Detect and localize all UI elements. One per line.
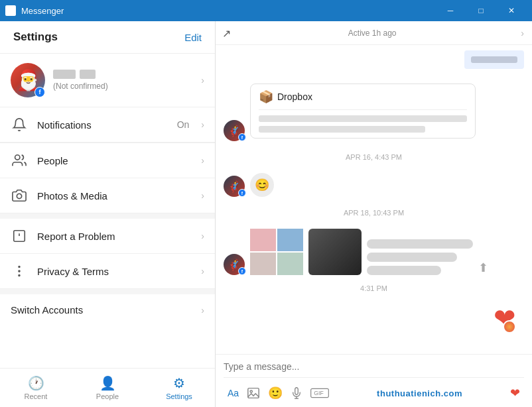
recent-icon: 🕐 <box>28 375 44 391</box>
photos-media-chevron: › <box>201 190 204 201</box>
people-chevron: › <box>201 155 204 166</box>
switch-accounts-item[interactable]: Switch Accounts › <box>0 294 215 325</box>
people-nav-icon: 👤 <box>100 375 116 391</box>
details-chevron-icon[interactable]: › <box>521 28 524 38</box>
svg-point-7 <box>19 275 20 276</box>
privacy-terms-chevron: › <box>201 266 204 276</box>
grid-cell-1 <box>250 229 276 251</box>
watermark-text: thuthuatienich.com <box>377 388 462 398</box>
time-label: 4:31 PM <box>224 284 524 292</box>
name-block-1 <box>53 70 76 79</box>
notifications-section: Notifications On › <box>0 107 215 143</box>
recent-label: Recent <box>25 392 48 400</box>
expand-icon[interactable]: ↗ <box>222 27 231 39</box>
svg-text:GIF: GIF <box>314 390 323 396</box>
svg-point-1 <box>17 194 21 198</box>
people-label: People <box>37 155 192 166</box>
settings-title: Settings <box>13 30 58 44</box>
profile-info: (Not confirmed) <box>53 70 193 91</box>
font-button[interactable]: Aa <box>224 385 243 401</box>
gif-button[interactable]: GIF <box>306 384 333 402</box>
image-sender-avatar: 🦸 f <box>224 254 245 275</box>
title-bar: Messenger ─ □ ✕ <box>0 0 532 21</box>
blur-line-1 <box>367 239 473 249</box>
maximize-button[interactable]: □ <box>466 0 496 21</box>
avatar-fb-badge: f <box>238 133 246 141</box>
color-grid <box>250 229 303 275</box>
toolbar-watermark: thuthuatienich.com <box>377 387 462 399</box>
app-title: Messenger <box>21 6 64 16</box>
profile-status: (Not confirmed) <box>53 82 193 91</box>
name-block-2 <box>80 70 96 79</box>
blur-line-3 <box>367 266 441 275</box>
blurred-bubbles <box>367 239 473 275</box>
heart-row: ❤ <box>232 303 516 333</box>
dropbox-row: 📦 Dropbox <box>251 84 475 109</box>
svg-rect-8 <box>248 388 259 398</box>
report-problem-item[interactable]: Report a Problem › <box>0 219 215 254</box>
svg-point-6 <box>19 266 20 268</box>
privacy-terms-label: Privacy & Terms <box>37 266 192 277</box>
report-label: Report a Problem <box>37 231 192 242</box>
message-input[interactable] <box>224 361 524 372</box>
camera-icon <box>11 188 28 203</box>
photos-media-label: Photos & Media <box>37 190 192 202</box>
svg-point-5 <box>19 270 20 272</box>
img-badge: f <box>238 267 246 275</box>
heart-badge <box>503 320 516 333</box>
toolbar-left: Aa 🙂 <box>224 383 333 403</box>
minimize-button[interactable]: ─ <box>435 0 466 21</box>
facebook-badge: f <box>34 87 45 97</box>
nav-people[interactable]: 👤 People <box>72 369 143 407</box>
edit-button[interactable]: Edit <box>184 32 202 43</box>
app-icon <box>5 5 16 16</box>
photos-media-item[interactable]: Photos & Media › <box>0 178 215 213</box>
report-chevron: › <box>201 231 204 241</box>
image-message-row: 🦸 f <box>224 229 524 275</box>
people-icon <box>11 153 28 168</box>
grid-cell-4 <box>277 253 303 275</box>
heart-send-button[interactable]: ❤ <box>506 383 524 403</box>
left-panel: Settings Edit 🎅 f (Not confirmed) › <box>0 21 216 407</box>
image-grid <box>250 229 303 275</box>
share-icon[interactable]: ⬆ <box>478 261 488 275</box>
switch-accounts-chevron: › <box>201 305 204 316</box>
people-item[interactable]: People › <box>0 143 215 178</box>
grid-cell-3 <box>250 253 276 275</box>
chat-top-bar: ↗ Active 1h ago › <box>216 21 532 45</box>
privacy-icon <box>11 264 28 278</box>
dropbox-name: Dropbox <box>277 91 312 102</box>
nav-settings[interactable]: ⚙ Settings <box>143 369 215 407</box>
avatar-wrap: 🎅 f <box>11 63 45 97</box>
dropbox-logo-icon: 📦 <box>259 89 273 104</box>
notifications-label: Notifications <box>37 119 168 131</box>
close-button[interactable]: ✕ <box>496 0 527 21</box>
audio-button[interactable] <box>287 384 306 402</box>
emoji-button[interactable]: 🙂 <box>264 383 287 403</box>
font-label: Aa <box>228 388 239 398</box>
profile-name-row <box>53 70 193 79</box>
settings-nav-label: Settings <box>166 392 192 400</box>
privacy-terms-item[interactable]: Privacy & Terms › <box>0 254 215 289</box>
right-panel: ↗ Active 1h ago › 🦸 f <box>216 21 532 407</box>
svg-point-0 <box>15 155 20 160</box>
svg-point-9 <box>250 390 252 392</box>
reaction-badge: f <box>238 189 246 197</box>
settings-header: Settings Edit <box>0 21 215 54</box>
notification-icon <box>11 117 28 132</box>
dark-image-block <box>308 229 362 275</box>
section-divider <box>0 213 215 219</box>
dropbox-sender-avatar: 🦸 f <box>224 120 245 141</box>
settings-icon: ⚙ <box>173 375 185 391</box>
section-divider-2 <box>0 289 215 294</box>
dropbox-message-row: 🦸 f 📦 Dropbox <box>224 81 524 141</box>
image-button[interactable] <box>243 384 264 402</box>
switch-accounts-label: Switch Accounts <box>11 304 192 316</box>
nav-recent[interactable]: 🕐 Recent <box>0 369 72 407</box>
profile-chevron-icon: › <box>201 75 204 86</box>
people-nav-label: People <box>96 392 119 400</box>
bottom-nav: 🕐 Recent 👤 People ⚙ Settings <box>0 368 215 407</box>
profile-section[interactable]: 🎅 f (Not confirmed) › <box>0 54 215 107</box>
notifications-item[interactable]: Notifications On › <box>0 107 215 143</box>
main-container: Settings Edit 🎅 f (Not confirmed) › <box>0 21 532 407</box>
